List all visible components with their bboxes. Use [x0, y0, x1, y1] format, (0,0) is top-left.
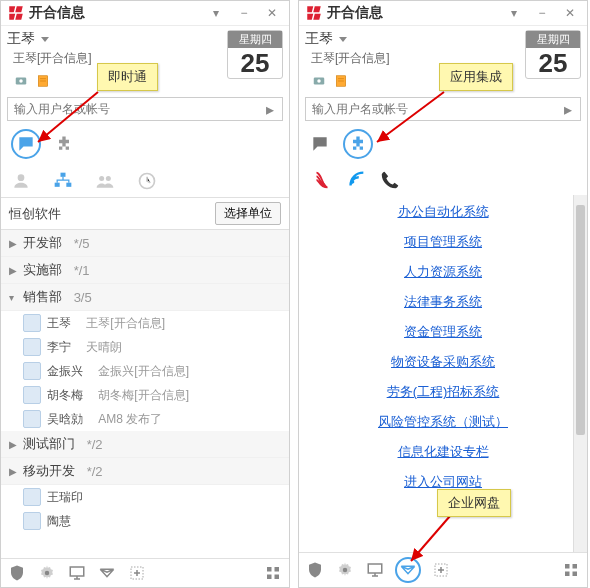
shield-icon[interactable]	[7, 563, 27, 583]
expand-icon: ▶	[9, 439, 19, 450]
app-logo-icon	[305, 4, 323, 22]
search-go-icon[interactable]: ▸	[258, 98, 282, 120]
minimize-icon[interactable]: −	[531, 5, 553, 21]
expand-icon: ▶	[9, 238, 19, 249]
svg-point-20	[317, 79, 321, 83]
org-view-icon[interactable]	[51, 169, 75, 193]
chevron-down-icon	[41, 37, 49, 42]
contacts-view-icon[interactable]	[9, 169, 33, 193]
contact-item[interactable]: 胡冬梅 胡冬梅[开合信息]	[1, 383, 289, 407]
window-title: 开合信息	[327, 4, 503, 22]
gear-icon[interactable]	[37, 563, 57, 583]
search-go-icon[interactable]: ▸	[556, 98, 580, 120]
netdisk-icon[interactable]	[97, 563, 117, 583]
svg-rect-18	[275, 575, 280, 580]
close-icon[interactable]: ✕	[559, 5, 581, 21]
svg-point-5	[18, 174, 25, 181]
svg-rect-17	[267, 575, 272, 580]
dropdown-icon[interactable]: ▾	[503, 5, 525, 21]
group-view-icon[interactable]	[93, 169, 117, 193]
app-link[interactable]: 物资设备采购系统	[391, 353, 495, 371]
scroll-thumb[interactable]	[576, 205, 585, 435]
window-title: 开合信息	[29, 4, 205, 22]
monitor-icon[interactable]	[67, 563, 87, 583]
svg-rect-7	[55, 183, 60, 187]
app-link[interactable]: 风险管控系统（测试）	[378, 413, 508, 431]
gear-icon[interactable]	[335, 560, 355, 580]
svg-rect-8	[66, 183, 71, 187]
svg-rect-27	[565, 564, 570, 569]
svg-rect-13	[70, 567, 84, 576]
camera-icon[interactable]	[311, 73, 327, 89]
app-link[interactable]: 法律事务系统	[404, 293, 482, 311]
dept-node[interactable]: ▶移动开发 */2	[1, 458, 289, 485]
weekday-label: 星期四	[228, 31, 282, 48]
app-link[interactable]: 办公自动化系统	[398, 203, 489, 221]
day-number: 25	[228, 48, 282, 78]
svg-point-9	[99, 176, 104, 181]
day-number: 25	[526, 48, 580, 78]
app-link[interactable]: 劳务(工程)招标系统	[387, 383, 500, 401]
app-link[interactable]: 项目管理系统	[404, 233, 482, 251]
avatar-icon	[23, 338, 41, 356]
svg-point-10	[106, 176, 111, 181]
svg-rect-29	[565, 572, 570, 577]
calendar-widget[interactable]: 星期四 25	[525, 30, 581, 79]
status-text: 王琴[开合信息]	[311, 50, 390, 67]
note-icon[interactable]	[333, 73, 349, 89]
dept-node[interactable]: ▶开发部 */5	[1, 230, 289, 257]
app-link[interactable]: 信息化建设专栏	[398, 443, 489, 461]
im-tab-icon[interactable]	[309, 133, 331, 155]
annotation-arrow	[33, 87, 103, 157]
svg-rect-6	[61, 173, 66, 177]
avatar-icon	[23, 410, 41, 428]
chevron-down-icon	[339, 37, 347, 42]
camera-icon[interactable]	[13, 73, 29, 89]
phone-icon[interactable]	[379, 169, 401, 191]
contact-item[interactable]: 金振兴 金振兴[开合信息]	[1, 359, 289, 383]
contact-item[interactable]: 吴晗勍 AM8 发布了	[1, 407, 289, 431]
contact-item[interactable]: 王琴 王琴[开合信息]	[1, 311, 289, 335]
svg-rect-28	[573, 564, 578, 569]
avatar-icon	[23, 386, 41, 404]
status-text: 王琴[开合信息]	[13, 50, 92, 67]
dropdown-icon[interactable]: ▾	[205, 5, 227, 21]
dept-node[interactable]: ▶实施部 */1	[1, 257, 289, 284]
avatar-icon	[23, 362, 41, 380]
contact-item[interactable]: 王瑞印	[1, 485, 289, 509]
callout-im: 即时通	[97, 63, 158, 91]
contact-item[interactable]: 李宁 天晴朗	[1, 335, 289, 359]
app-link[interactable]: 人力资源系统	[404, 263, 482, 281]
app-link[interactable]: 资金管理系统	[404, 323, 482, 341]
svg-rect-30	[573, 572, 578, 577]
shield-icon[interactable]	[305, 560, 325, 580]
apps-grid-icon[interactable]	[263, 563, 283, 583]
calendar-widget[interactable]: 星期四 25	[227, 30, 283, 79]
contact-tree: ▶开发部 */5 ▶实施部 */1 ▾销售部 3/5 王琴 王琴[开合信息] 李…	[1, 230, 289, 558]
select-unit-button[interactable]: 选择单位	[215, 202, 281, 225]
close-icon[interactable]: ✕	[261, 5, 283, 21]
apps-grid-icon[interactable]	[561, 560, 581, 580]
username[interactable]: 王琴	[305, 30, 396, 48]
unicom-icon[interactable]	[311, 169, 333, 191]
username[interactable]: 王琴	[7, 30, 98, 48]
weekday-label: 星期四	[526, 31, 580, 48]
svg-rect-16	[275, 567, 280, 572]
svg-point-1	[19, 79, 23, 83]
scrollbar[interactable]	[573, 195, 587, 552]
minimize-icon[interactable]: −	[233, 5, 255, 21]
dept-node[interactable]: ▾销售部 3/5	[1, 284, 289, 311]
avatar-icon	[23, 314, 41, 332]
telecom-icon[interactable]	[345, 169, 367, 191]
callout-apps: 应用集成	[439, 63, 513, 91]
add-icon[interactable]	[127, 563, 147, 583]
expand-icon: ▶	[9, 265, 19, 276]
recent-view-icon[interactable]	[135, 169, 159, 193]
svg-rect-15	[267, 567, 272, 572]
dept-node[interactable]: ▶测试部门 */2	[1, 431, 289, 458]
monitor-icon[interactable]	[365, 560, 385, 580]
avatar-icon	[23, 512, 41, 530]
org-name: 恒创软件	[9, 205, 61, 223]
callout-netdisk: 企业网盘	[437, 489, 511, 517]
contact-item[interactable]: 陶慧	[1, 509, 289, 533]
